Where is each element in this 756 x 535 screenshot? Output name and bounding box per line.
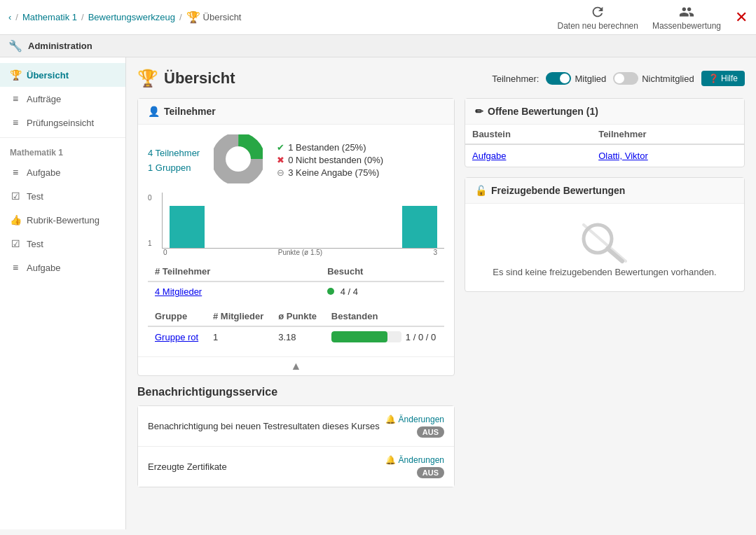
tn-results: ✔ 1 Bestanden (25%) ✖ 0 Nicht bestanden … bbox=[277, 142, 383, 178]
checkbox-icon-test1: ☑ bbox=[10, 190, 21, 202]
notif-toggle-1[interactable]: AUS bbox=[417, 467, 444, 478]
teilnehmer-card: 👤 Teilnehmer 4 Teilnehmer 1 Gruppen bbox=[137, 98, 455, 376]
freizug-empty: Es sind keine freizugebenden Bewertungen… bbox=[465, 204, 744, 291]
result-keine-text: 3 Keine Angabe (75%) bbox=[288, 167, 379, 178]
sidebar-item-aufgabe2[interactable]: ≡ Aufgabe bbox=[0, 256, 125, 279]
col-besucht: Besucht bbox=[320, 262, 444, 282]
dash-icon: ⊖ bbox=[277, 167, 284, 178]
nichtmitglied-toggle[interactable] bbox=[613, 72, 638, 85]
baustein-link[interactable]: Aufgabe bbox=[472, 151, 506, 161]
unlock-icon: 🔓 bbox=[475, 185, 487, 196]
sidebar-item-auftraege[interactable]: ≡ Aufträge bbox=[0, 87, 125, 111]
col-punkte: ø Punkte bbox=[271, 307, 324, 326]
col-bestanden: Bestanden bbox=[324, 307, 444, 326]
trophy-page-icon: 🏆 bbox=[137, 69, 158, 88]
close-button[interactable]: ✕ bbox=[735, 10, 748, 25]
bestanden-ratio: 1 / 0 / 0 bbox=[406, 332, 436, 342]
offene-card-header: ✏ Offene Bewertungen (1) bbox=[465, 99, 744, 125]
bar-left bbox=[170, 206, 205, 248]
sidebar-label-auftraege: Aufträge bbox=[27, 94, 61, 104]
tn-stats: 4 Teilnehmer 1 Gruppen bbox=[148, 134, 444, 186]
help-button[interactable]: ❓ Hilfe bbox=[701, 71, 745, 86]
back-button[interactable]: ‹ bbox=[8, 12, 11, 22]
tn-group-link[interactable]: 1 Gruppen bbox=[148, 162, 200, 173]
group-table: Gruppe # Mitglieder ø Punkte Bestanden G… bbox=[148, 307, 444, 347]
sidebar-section-math: Mathematik 1 bbox=[0, 141, 125, 160]
freizug-title: Freizugebende Bewertungen bbox=[491, 185, 625, 196]
notification-card: Benachrichtigung bei neuen Testresultate… bbox=[137, 405, 455, 487]
pencil-icon: ✏ bbox=[475, 106, 483, 117]
bar-y-bot: 0 bbox=[148, 194, 162, 202]
list-icon-aufgabe2: ≡ bbox=[10, 262, 21, 273]
bar-y-labels: 1 0 bbox=[148, 193, 162, 249]
mitglieder-link[interactable]: 4 Mitglieder bbox=[155, 286, 202, 297]
notif-link-0[interactable]: 🔔 Änderungen bbox=[385, 415, 444, 424]
massbewertung-button[interactable]: Massenbewertung bbox=[652, 4, 721, 31]
notif-link-1[interactable]: 🔔 Änderungen bbox=[385, 455, 444, 465]
collapse-button[interactable]: ▲ bbox=[138, 356, 454, 375]
col-tn: # Teilnehmer bbox=[148, 262, 320, 282]
notif-label-0: Benachrichtigung bei neuen Testresultate… bbox=[148, 421, 380, 431]
notif-toggle-0[interactable]: AUS bbox=[417, 426, 444, 438]
cross-icon: ✖ bbox=[277, 155, 284, 165]
sidebar-item-test1[interactable]: ☑ Test bbox=[0, 184, 125, 208]
result-nicht-text: 0 Nicht bestanden (0%) bbox=[288, 155, 383, 165]
teilnehmer-link[interactable]: Olatti, Viktor bbox=[598, 151, 648, 161]
result-nicht-bestanden: ✖ 0 Nicht bestanden (0%) bbox=[277, 155, 383, 165]
checkbox-icon-test2: ☑ bbox=[10, 238, 21, 249]
result-bestanden: ✔ 1 Bestanden (25%) bbox=[277, 142, 383, 153]
mitglied-label: Mitglied bbox=[575, 74, 606, 84]
breadcrumb-bew[interactable]: Bewertungswerkzeug bbox=[88, 12, 175, 22]
tn-visit-table: # Teilnehmer Besucht 4 Mitglieder 4 / 4 bbox=[148, 262, 444, 301]
toggle-label-1: AUS bbox=[417, 467, 444, 478]
sidebar-item-uebersicht[interactable]: 🏆 Übersicht bbox=[0, 63, 125, 87]
check-icon: ✔ bbox=[277, 142, 284, 153]
result-keine-angabe: ⊖ 3 Keine Angabe (75%) bbox=[277, 167, 383, 178]
teilnehmer-card-title: Teilnehmer bbox=[164, 106, 216, 117]
teilnehmer-card-header: 👤 Teilnehmer bbox=[138, 99, 454, 125]
freizug-empty-text: Es sind keine freizugebenden Bewertungen… bbox=[493, 267, 716, 277]
progress-bar bbox=[331, 331, 401, 342]
recalculate-button[interactable]: Daten neu berechnen bbox=[558, 4, 638, 31]
trophy-icon: 🏆 bbox=[10, 69, 21, 81]
person-icon: 👤 bbox=[148, 106, 160, 117]
sidebar-item-test2[interactable]: ☑ Test bbox=[0, 232, 125, 256]
massbewertung-label: Massenbewertung bbox=[652, 21, 721, 31]
gruppe-link[interactable]: Gruppe rot bbox=[155, 332, 198, 342]
sidebar-label-rubrik: Rubrik-Bewertung bbox=[27, 215, 99, 225]
col-teilnehmer: Teilnehmer bbox=[591, 125, 744, 144]
visit-value: 4 / 4 bbox=[341, 286, 358, 297]
tn-counts: 4 Teilnehmer 1 Gruppen bbox=[148, 148, 200, 173]
tn-count-link[interactable]: 4 Teilnehmer bbox=[148, 148, 200, 158]
sidebar-label-test2: Test bbox=[27, 239, 43, 249]
notif-row-0: Benachrichtigung bei neuen Testresultate… bbox=[138, 406, 454, 447]
no-results-icon bbox=[577, 218, 633, 267]
page-header: 🏆 Übersicht Teilnehmer: Mitglied bbox=[137, 69, 745, 88]
sidebar-item-aufgabe1[interactable]: ≡ Aufgabe bbox=[0, 160, 125, 184]
admin-bar: 🔧 Administration bbox=[0, 35, 756, 57]
nichtmitglied-label: Nichtmitglied bbox=[642, 74, 694, 84]
group-table-row: Gruppe rot 1 3.18 1 / 0 / 0 bbox=[148, 326, 444, 347]
result-bestanden-text: 1 Bestanden (25%) bbox=[288, 142, 366, 153]
bar-chart-xlabels: 0 Punkte (ø 1.5) 3 bbox=[148, 249, 444, 256]
gruppe-punkte: 3.18 bbox=[271, 326, 324, 347]
breadcrumb-current: Übersicht bbox=[203, 12, 242, 22]
teilnehmer-filter-label: Teilnehmer: bbox=[492, 74, 539, 84]
list-icon-aufgabe1: ≡ bbox=[10, 167, 21, 178]
mitglied-toggle[interactable] bbox=[546, 72, 571, 85]
sidebar-item-rubrik[interactable]: 👍 Rubrik-Bewertung bbox=[0, 208, 125, 232]
breadcrumb-math[interactable]: Mathematik 1 bbox=[22, 12, 77, 22]
recalculate-label: Daten neu berechnen bbox=[558, 21, 638, 31]
mitglied-toggle-group: Mitglied bbox=[546, 72, 606, 85]
freizug-header: 🔓 Freizugebende Bewertungen bbox=[465, 178, 744, 204]
sidebar-item-pruefung[interactable]: ≡ Prüfungseinsicht bbox=[0, 111, 125, 134]
left-column: 👤 Teilnehmer 4 Teilnehmer 1 Gruppen bbox=[137, 98, 455, 497]
bar-y-top: 1 bbox=[148, 239, 162, 247]
notif-toggle-wrap-1: 🔔 Änderungen AUS bbox=[385, 455, 444, 478]
col-mitglieder: # Mitglieder bbox=[206, 307, 271, 326]
col-gruppe: Gruppe bbox=[148, 307, 206, 326]
breadcrumb: ‹ / Mathematik 1 / Bewertungswerkzeug / … bbox=[8, 11, 241, 24]
teilnehmer-card-body: 4 Teilnehmer 1 Gruppen bbox=[138, 125, 454, 356]
offene-row: Aufgabe Olatti, Viktor bbox=[465, 144, 744, 167]
list-icon-pruefung: ≡ bbox=[10, 117, 21, 128]
